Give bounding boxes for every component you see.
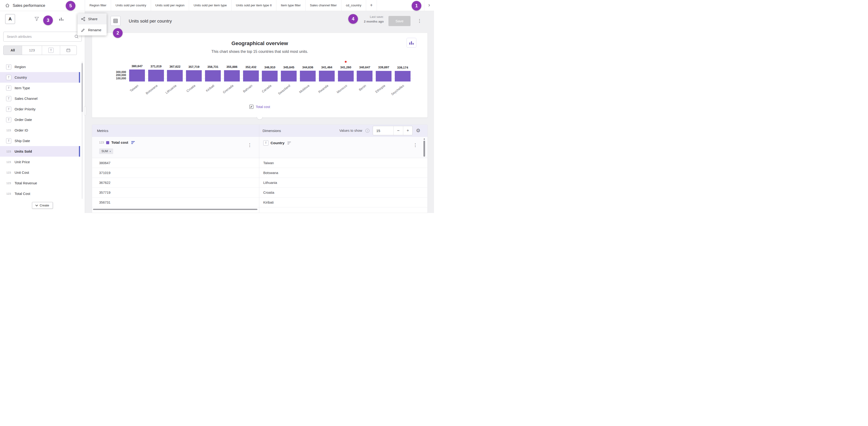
- topbar-tab-region-filter[interactable]: Region filter: [85, 0, 111, 11]
- tabs-scroll-right-icon[interactable]: ›: [424, 0, 434, 11]
- topbar-tab-units-sold-per-region[interactable]: Units sold per region: [151, 0, 189, 11]
- sort-icon[interactable]: [131, 141, 135, 144]
- sidebar-resize-handle[interactable]: [84, 106, 86, 116]
- sidebar-toolbar: A: [0, 11, 85, 27]
- filter-tab-text[interactable]: T: [42, 46, 60, 55]
- bar-seychelles[interactable]: [395, 71, 410, 82]
- bar-rwanda[interactable]: [319, 71, 335, 82]
- info-icon[interactable]: i: [365, 129, 369, 133]
- attribute-list: TRegionTCountryTItem TypeTSales ChannelT…: [0, 62, 81, 199]
- table-visualization-icon[interactable]: [111, 16, 121, 26]
- sidebar-item-order-priority[interactable]: TOrder Priority: [0, 104, 80, 114]
- sidebar-item-ship-date[interactable]: TShip Date: [0, 135, 80, 146]
- horizontal-scrollbar-thumb[interactable]: [93, 209, 257, 210]
- search-input[interactable]: [3, 32, 82, 41]
- metric-cell: 356731: [92, 201, 259, 204]
- sidebar-item-label: Item Type: [14, 86, 30, 90]
- stepper-plus-button[interactable]: +: [403, 126, 412, 135]
- scroll-up-arrow-icon[interactable]: ▲: [423, 138, 425, 140]
- metric-kebab-menu-icon[interactable]: ⋮: [248, 143, 252, 147]
- metric-cell: 380647: [92, 161, 259, 165]
- sidebar-item-order-id[interactable]: 123Order ID: [0, 125, 80, 135]
- bar-botswana[interactable]: [148, 70, 164, 82]
- sidebar-item-unit-cost[interactable]: 123Unit Cost: [0, 167, 80, 178]
- red-annotation-dot: [345, 61, 347, 63]
- bar-value-label: 355,886: [226, 65, 238, 68]
- bar-slot: 346,910: [260, 67, 279, 82]
- topbar-tab-units-sold-per-country[interactable]: Units sold per country: [111, 0, 151, 11]
- sidebar-item-item-type[interactable]: TItem Type: [0, 83, 80, 93]
- sidebar-scrollbar-thumb[interactable]: [82, 63, 83, 112]
- filter-tab-date[interactable]: [60, 46, 76, 55]
- bar-slot: 344,636: [298, 67, 317, 82]
- sort-icon-inactive[interactable]: [287, 142, 291, 145]
- gear-icon[interactable]: ⚙: [416, 128, 421, 133]
- search-attributes-field: [3, 32, 82, 41]
- bar-grenada[interactable]: [224, 70, 240, 82]
- metric-column-header[interactable]: 123 Total cost: [99, 141, 135, 145]
- legend-label[interactable]: Total cost: [256, 105, 270, 109]
- sidebar-item-order-date[interactable]: TOrder Date: [0, 114, 80, 125]
- sidebar-item-label: Unit Price: [14, 160, 30, 164]
- insight-kebab-menu-icon[interactable]: ⋮: [417, 19, 422, 23]
- vertical-scrollbar-thumb[interactable]: [424, 141, 425, 157]
- bar-value-label: 341,464: [321, 65, 332, 69]
- chart-collapse-handle[interactable]: [257, 117, 263, 120]
- bar-morocco[interactable]: [338, 71, 354, 82]
- create-button[interactable]: Create: [32, 202, 53, 209]
- dimension-kebab-menu-icon[interactable]: ⋮: [413, 143, 417, 147]
- topbar-tab-item-type-filter[interactable]: Item type filter: [276, 0, 306, 11]
- menu-item-rename[interactable]: Rename: [78, 24, 106, 35]
- create-button-label: Create: [40, 204, 49, 207]
- sidebar-item-country[interactable]: TCountry: [0, 72, 80, 83]
- text-attribute-icon: T: [6, 96, 11, 101]
- bar-benin[interactable]: [357, 71, 372, 82]
- bar-taiwan[interactable]: [129, 69, 145, 82]
- x-axis-category-label: Rwanda: [317, 84, 329, 94]
- bar-slot: 356,731: [204, 67, 222, 82]
- calendar-icon: [66, 48, 70, 52]
- metrics-chart-icon[interactable]: [59, 17, 64, 21]
- bar-ethiopia[interactable]: [376, 71, 392, 82]
- topbar-tab-units-sold-per-item-type[interactable]: Units sold per item type: [189, 0, 231, 11]
- bar-kiribati[interactable]: [205, 70, 221, 82]
- x-axis-category-label: Benin: [359, 84, 367, 92]
- bar-swaziland[interactable]: [281, 71, 297, 82]
- topbar-tab-cd-country[interactable]: cd_country: [341, 0, 366, 11]
- bar-value-label: 339,174: [397, 66, 408, 69]
- dimension-name: Country: [271, 141, 284, 145]
- legend-checkbox[interactable]: ✔: [249, 105, 253, 109]
- values-to-show-value[interactable]: 15: [373, 126, 393, 135]
- home-icon[interactable]: [5, 3, 10, 7]
- bar-bahrain[interactable]: [243, 70, 259, 82]
- table-row: 367622Lithuania: [92, 178, 427, 188]
- filter-funnel-icon[interactable]: [34, 17, 39, 21]
- sidebar-item-total-revenue[interactable]: 123Total Revenue: [0, 178, 80, 188]
- bar-croatia[interactable]: [186, 70, 202, 82]
- pencil-icon: [81, 28, 85, 32]
- sidebar-item-unit-price[interactable]: 123Unit Price: [0, 157, 80, 167]
- bar-lithuania[interactable]: [167, 70, 183, 82]
- sidebar-item-label: Order Priority: [14, 107, 35, 111]
- stepper-minus-button[interactable]: −: [393, 126, 403, 135]
- filter-tab-all[interactable]: All: [3, 46, 22, 55]
- sidebar-item-region[interactable]: TRegion: [0, 62, 80, 72]
- dimension-column-header[interactable]: T Country: [263, 141, 291, 146]
- bar-chart-type-icon[interactable]: [406, 38, 416, 48]
- topbar-tab-units-sold-per-item-type-ii[interactable]: Units sold per item type II: [231, 0, 276, 11]
- add-tab-button[interactable]: +: [366, 0, 377, 11]
- bar-canada[interactable]: [262, 71, 278, 82]
- sidebar-item-total-cost[interactable]: 123Total Cost: [0, 188, 80, 199]
- sidebar-scrollbar[interactable]: [82, 62, 83, 199]
- sidebar-item-sales-channel[interactable]: TSales Channel: [0, 93, 80, 104]
- bar-moldova[interactable]: [300, 71, 316, 82]
- save-button[interactable]: Save: [389, 16, 410, 26]
- topbar-tab-sales-channel-filter[interactable]: Sales channel filter: [306, 0, 341, 11]
- dashboard-title[interactable]: Sales performance: [13, 3, 45, 8]
- filter-tab-numeric[interactable]: 123: [22, 46, 42, 55]
- sidebar-item-units-sold[interactable]: 123Units Sold: [0, 146, 80, 157]
- x-axis-category-label: Lithuania: [165, 84, 177, 95]
- attributes-tool-icon[interactable]: A: [5, 14, 15, 24]
- aggregation-dropdown[interactable]: SUM ▾: [99, 148, 113, 154]
- menu-item-share[interactable]: Share: [78, 13, 106, 24]
